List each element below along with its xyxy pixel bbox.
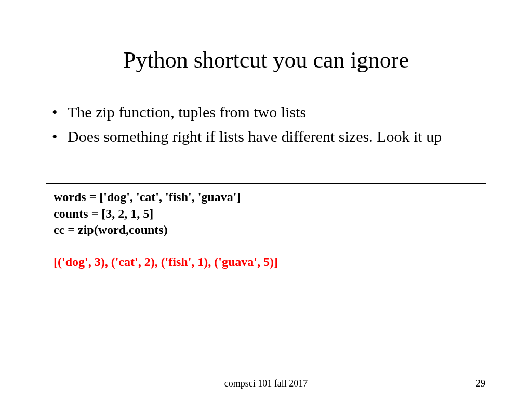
code-line: counts = [3, 2, 1, 5] xyxy=(54,206,478,222)
code-line: words = ['dog', 'cat', 'fish', 'guava'] xyxy=(54,189,478,206)
code-output: [('dog', 3), ('cat', 2), ('fish', 1), ('… xyxy=(54,254,478,271)
bullet-item: The zip function, tuples from two lists xyxy=(47,102,485,123)
slide: Python shortcut you can ignore The zip f… xyxy=(0,0,532,399)
footer-course: compsci 101 fall 2017 xyxy=(224,378,308,389)
code-box: words = ['dog', 'cat', 'fish', 'guava'] … xyxy=(46,183,486,278)
bullet-item: Does something right if lists have diffe… xyxy=(47,126,485,148)
slide-title: Python shortcut you can ignore xyxy=(47,47,485,73)
bullet-list: The zip function, tuples from two lists … xyxy=(47,102,485,147)
code-line: cc = zip(word,counts) xyxy=(54,222,478,238)
footer-page-number: 29 xyxy=(476,378,485,389)
